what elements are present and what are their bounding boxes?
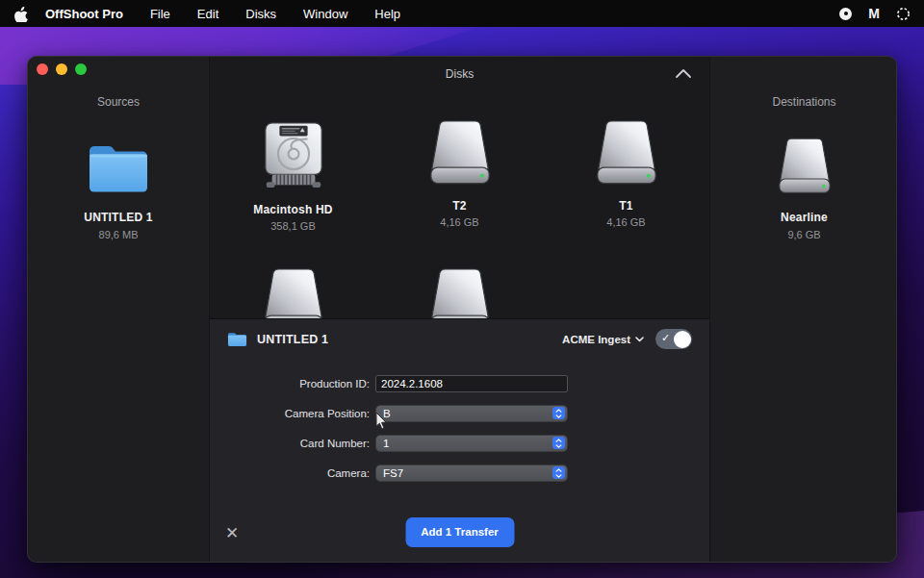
disks-panel-title: Disks	[446, 67, 474, 81]
disks-grid-viewport: Macintosh HD 358,1 GB T2	[210, 91, 709, 318]
select-dropdown[interactable]: 1	[375, 435, 568, 452]
item-name: T2	[452, 199, 466, 213]
item-size: 358,1 GB	[270, 220, 315, 232]
app-window: Sources UNTITLED 1 89,6 MB	[27, 56, 897, 563]
item-size: 4,16 GB	[606, 216, 645, 228]
item-name: UNTITLED 1	[84, 211, 152, 224]
disks-panel: Disks	[209, 57, 710, 562]
sources-list: UNTITLED 1 89,6 MB	[28, 57, 209, 240]
menu-item[interactable]: Disks	[245, 7, 276, 21]
chevron-up-icon[interactable]	[675, 66, 692, 80]
field-row: Card Number: 1	[210, 435, 709, 452]
sources-header: Sources	[28, 95, 209, 109]
destinations-list: Nearline 9,6 GB	[710, 57, 897, 240]
source-item[interactable]: UNTITLED 1 89,6 MB	[84, 141, 152, 240]
menu-item[interactable]: Window	[303, 7, 347, 21]
field-row: Camera: FS7	[210, 465, 709, 482]
select-dropdown[interactable]: B	[375, 405, 568, 422]
item-name: Nearline	[781, 211, 828, 224]
field-label: Camera:	[210, 467, 375, 479]
zoom-window-button[interactable]	[75, 63, 87, 75]
item-size: 9,6 GB	[787, 229, 820, 240]
select-dropdown[interactable]: FS7	[375, 465, 568, 482]
disk-item[interactable]: T1 4,16 GB	[543, 120, 709, 232]
field-row: Production ID:	[210, 375, 709, 392]
external-drive-icon	[258, 268, 329, 318]
item-size: 4,16 GB	[440, 216, 478, 228]
field-row: Camera Position: B	[210, 405, 709, 422]
folder-icon	[87, 141, 150, 199]
stepper-icon	[552, 407, 565, 419]
select-value: FS7	[376, 467, 403, 479]
menu-item[interactable]: Help	[374, 7, 400, 21]
disks-grid: Macintosh HD 358,1 GB T2	[210, 91, 709, 318]
folder-icon	[227, 332, 247, 347]
minimize-window-button[interactable]	[56, 63, 67, 75]
close-form-icon[interactable]: ✕	[225, 525, 239, 541]
field-label: Camera Position:	[210, 408, 375, 419]
toggle-knob	[674, 331, 691, 348]
disk-item[interactable]: T2 4,16 GB	[376, 120, 543, 232]
stepper-icon	[552, 466, 565, 479]
disk-item[interactable]: Macintosh HD 358,1 GB	[210, 120, 376, 232]
app-menu-title[interactable]: OffShoot Pro	[45, 7, 123, 21]
preset-toggle[interactable]: ✓	[655, 329, 692, 349]
stepper-icon	[552, 437, 565, 449]
destinations-panel: Destinations Nearline 9,6 GB	[710, 57, 897, 562]
chevron-down-icon	[635, 337, 644, 342]
menu-bar: OffShoot Pro File Edit Disks Window Help…	[0, 0, 924, 27]
add-transfer-button[interactable]: Add 1 Transfer	[405, 517, 514, 547]
metadata-fields: Production ID: Camera Position: B	[210, 360, 709, 482]
preset-label: ACME Ingest	[562, 334, 630, 345]
menu-item[interactable]: Edit	[197, 7, 218, 21]
disk-item[interactable]	[210, 268, 376, 318]
item-size: 89,6 MB	[99, 229, 139, 240]
external-drive-icon	[424, 120, 496, 189]
check-icon: ✓	[661, 332, 670, 344]
destinations-header: Destinations	[710, 95, 897, 109]
close-window-button[interactable]	[37, 63, 48, 75]
form-source-name: UNTITLED 1	[257, 333, 328, 346]
external-drive-icon	[774, 138, 835, 199]
menu-items: File Edit Disks Window Help	[123, 7, 400, 21]
select-value: 1	[376, 438, 389, 449]
sources-panel: Sources UNTITLED 1 89,6 MB	[28, 57, 209, 562]
m-logo-status-icon[interactable]: M	[868, 6, 880, 21]
window-controls	[37, 63, 87, 75]
dashed-circle-status-icon[interactable]	[896, 7, 911, 21]
select-value: B	[376, 408, 391, 419]
item-name: T1	[619, 199, 632, 213]
text-input[interactable]	[375, 375, 568, 392]
external-drive-icon	[591, 120, 662, 189]
disk-item[interactable]	[376, 268, 543, 318]
menu-item[interactable]: File	[150, 7, 170, 21]
internal-drive-icon	[258, 120, 329, 193]
external-drive-icon	[424, 268, 496, 318]
record-dot-status-icon[interactable]	[839, 8, 852, 20]
field-label: Card Number:	[210, 438, 375, 449]
transfer-form-panel: UNTITLED 1 ACME Ingest ✓ Production	[210, 318, 709, 562]
field-label: Production ID:	[210, 378, 375, 390]
apple-menu-icon[interactable]	[13, 6, 28, 22]
item-name: Macintosh HD	[253, 203, 332, 216]
destination-item[interactable]: Nearline 9,6 GB	[774, 138, 835, 240]
preset-dropdown[interactable]: ACME Ingest	[562, 334, 644, 345]
